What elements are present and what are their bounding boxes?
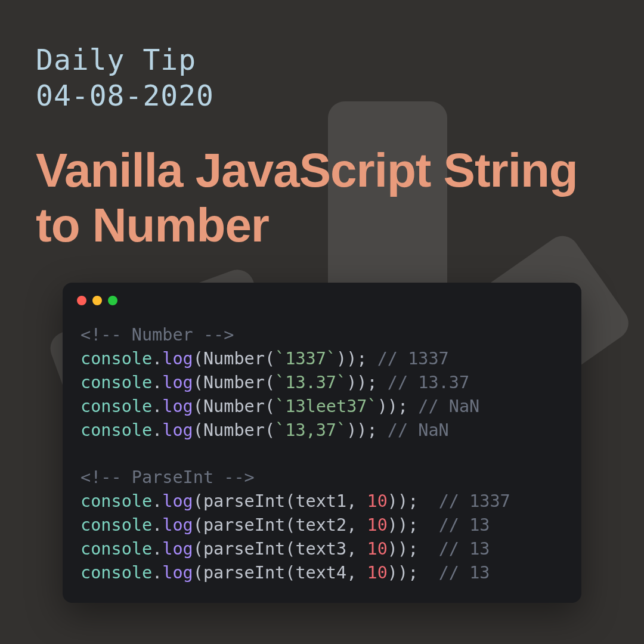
maximize-icon	[108, 296, 117, 305]
minimize-icon	[92, 296, 102, 305]
subtitle-label: Daily Tip	[36, 42, 608, 78]
window-titlebar	[63, 283, 581, 311]
content-container: Daily Tip 04-08-2020 Vanilla JavaScript …	[0, 0, 644, 603]
page-title: Vanilla JavaScript String to Number	[36, 143, 608, 253]
subtitle: Daily Tip 04-08-2020	[36, 42, 608, 113]
close-icon	[77, 296, 86, 305]
code-block: <!-- Number --> console.log(Number(`1337…	[63, 311, 581, 603]
code-window: <!-- Number --> console.log(Number(`1337…	[63, 283, 581, 603]
subtitle-date: 04-08-2020	[36, 78, 608, 113]
